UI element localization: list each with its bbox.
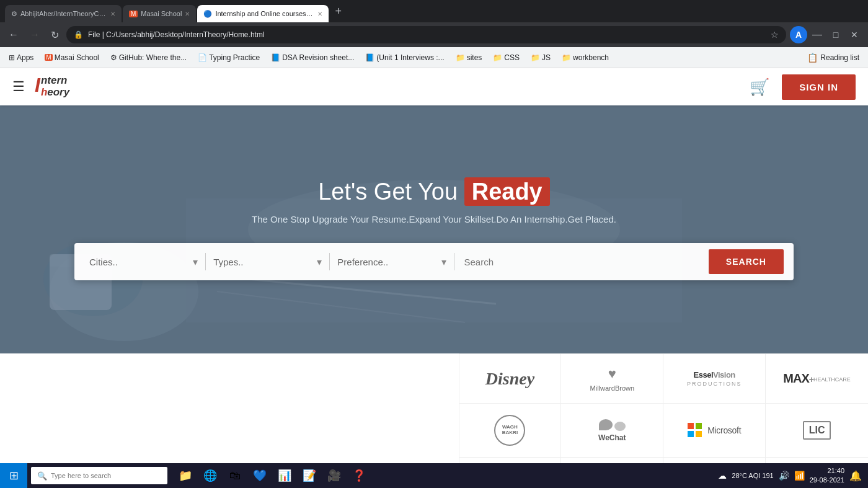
masai-label: Masai School (55, 53, 99, 62)
sign-in-button[interactable]: SIGN IN (782, 74, 856, 100)
lic-text: LIC (809, 425, 825, 435)
github-label: GitHub: Where the... (119, 53, 187, 62)
star-icon[interactable]: ☆ (771, 30, 779, 40)
bookmark-js[interactable]: 📁 JS (527, 52, 554, 63)
taskbar-edge[interactable]: 🌐 (198, 463, 222, 488)
taskbar-right: ☁ 28°C AQI 191 🔊 📶 21:40 29-08-2021 🔔 (718, 466, 868, 486)
logo-cell-row3-2: 📡 (561, 458, 663, 463)
tab-label-1: AbhijitAher/InternTheoryClone (20, 10, 107, 17)
forward-button[interactable]: → (26, 27, 43, 43)
tab-close-2[interactable]: ✕ (185, 11, 190, 17)
taskbar-app6[interactable]: 📝 (298, 463, 321, 488)
restore-icon[interactable]: □ (827, 26, 844, 43)
hamburger-menu[interactable]: ☰ (12, 79, 25, 95)
preference-select[interactable]: Preference.. (332, 252, 451, 272)
address-bar[interactable]: 🔒 File | C:/Users/abhij/Desktop/InternTh… (66, 26, 786, 43)
taskbar-app-icons: 📁 🌐 🛍 💙 📊 📝 🎥 ❓ (174, 463, 371, 488)
logo-cell-row3-3 (663, 458, 766, 463)
tab-icon-2: M (129, 11, 138, 17)
bookmark-workbench[interactable]: 📁 workbench (558, 52, 613, 63)
new-tab-button[interactable]: + (330, 5, 347, 18)
back-button[interactable]: ← (5, 27, 22, 43)
address-text: File | C:/Users/abhij/Desktop/InternTheo… (88, 30, 766, 39)
js-icon: 📁 (531, 53, 540, 62)
types-select[interactable]: Types.. (208, 252, 327, 272)
tab-inactive-1[interactable]: ⚙ AbhijitAher/InternTheoryClone ✕ (5, 5, 122, 22)
close-icon[interactable]: ✕ (846, 26, 863, 43)
refresh-button[interactable]: ↻ (47, 27, 63, 43)
minimize-icon[interactable]: — (808, 26, 826, 43)
esselvision-subtitle: PRODUCTIONS (687, 381, 742, 387)
network-icon[interactable]: 📶 (794, 471, 805, 481)
taskbar-search-box[interactable]: 🔍 (31, 467, 167, 484)
logo-cell-disney: Disney (459, 354, 562, 404)
js-label: JS (542, 53, 551, 62)
bookmark-sites[interactable]: 📁 sites (452, 52, 486, 63)
bookmark-css[interactable]: 📁 CSS (489, 52, 523, 63)
hero-content: Let's Get You Ready The One Stop Upgrade… (239, 179, 629, 231)
start-button[interactable]: ⊞ (0, 463, 27, 488)
disney-logo: Disney (485, 369, 534, 389)
dsa-icon: 📘 (271, 53, 280, 62)
search-button[interactable]: SEARCH (709, 249, 784, 274)
taskbar-time-display: 21:40 29-08-2021 (810, 466, 844, 486)
wachbakri-logo: WAGHBAKRI (494, 415, 525, 446)
css-label: CSS (504, 53, 520, 62)
tab-active-3[interactable]: 🔵 Internship and Online courses fo... ✕ (197, 5, 329, 22)
millward-logo-text: MillwardBrown (590, 384, 635, 392)
bookmark-masai[interactable]: M Masai School (41, 52, 102, 63)
sites-icon: 📁 (456, 53, 465, 62)
max-logo-text: MAX+ (783, 371, 813, 386)
taskbar-ppt[interactable]: 📊 (273, 463, 296, 488)
workbench-icon: 📁 (562, 53, 571, 62)
logo-cell-row3-4 (766, 458, 868, 463)
navbar: ☰ I ntern heory 🛒 SIGN IN (0, 68, 868, 105)
profile-icon[interactable]: A (790, 26, 807, 43)
logo-cell-millward: ♥ MillwardBrown (561, 354, 663, 404)
tab-icon-3: 🔵 (203, 10, 212, 18)
lock-icon: 🔒 (74, 30, 83, 39)
millward-heart-icon: ♥ (608, 366, 616, 382)
taskbar-search-icon: 🔍 (37, 471, 47, 481)
hero-title: Let's Get You Ready (252, 179, 616, 205)
tab-close-1[interactable]: ✕ (110, 11, 115, 17)
search-bar-container: Cities.. ▾ Types.. ▾ Preference.. (74, 243, 794, 280)
bookmark-github[interactable]: ⚙ GitHub: Where the... (107, 52, 190, 63)
logo-cell-wechat: WeChat (561, 404, 663, 458)
tab-close-3[interactable]: ✕ (317, 11, 322, 17)
volume-icon[interactable]: 🔊 (779, 471, 789, 481)
logos-section: Disney ♥ MillwardBrown EsselVision PRODU… (0, 353, 868, 463)
toolbar-icons: A — □ ✕ (790, 26, 863, 43)
hero-title-start: Let's Get You (318, 179, 464, 205)
taskbar-search-input[interactable] (51, 472, 150, 479)
cart-icon[interactable]: 🛒 (750, 78, 769, 97)
bookmark-dsa[interactable]: 📘 DSA Revision sheet... (267, 52, 358, 63)
dsa-label: DSA Revision sheet... (282, 53, 354, 62)
logo-cell-lic: LIC (766, 404, 868, 458)
cities-select[interactable]: Cities.. (84, 252, 203, 272)
bookmark-unit1[interactable]: 📘 (Unit 1 Interviews :... (361, 52, 448, 63)
notification-icon[interactable]: 🔔 (849, 470, 862, 482)
search-bar: Cities.. ▾ Types.. ▾ Preference.. (74, 243, 794, 280)
workbench-label: workbench (573, 53, 609, 62)
wechat-icon-shape (599, 419, 626, 431)
unit1-icon: 📘 (365, 53, 374, 62)
logos-grid: Disney ♥ MillwardBrown EsselVision PRODU… (459, 353, 869, 463)
bookmark-apps[interactable]: ⊞ Apps (5, 52, 37, 63)
logo-text: ntern heory (41, 75, 69, 98)
apps-icon: ⊞ (9, 53, 15, 62)
taskbar-help[interactable]: ❓ (347, 463, 371, 488)
taskbar-store[interactable]: 🛍 (223, 463, 247, 488)
reading-list-button[interactable]: 📋 Reading list (804, 51, 863, 64)
logo-wrapper[interactable]: I ntern heory (35, 75, 69, 98)
taskbar-file-explorer[interactable]: 📁 (174, 463, 197, 488)
logo-cell-wachbakri: WAGHBAKRI (459, 404, 562, 458)
max-healthcare-text: HEALTHCARE (813, 376, 851, 383)
taskbar-zoom[interactable]: 🎥 (322, 463, 346, 488)
bookmark-typing[interactable]: 📄 Typing Practice (194, 52, 264, 63)
search-input[interactable] (457, 252, 709, 272)
tab-inactive-2[interactable]: M Masai School ✕ (123, 5, 196, 22)
taskbar-vscode[interactable]: 💙 (248, 463, 272, 488)
logos-left-spacer (0, 353, 459, 463)
microsoft-squares (688, 423, 702, 438)
